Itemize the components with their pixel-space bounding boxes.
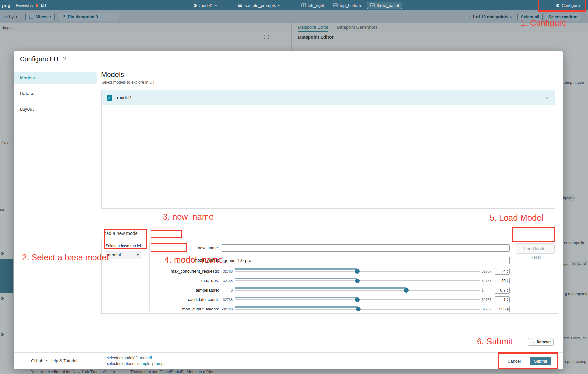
annotation-label-3: 3. new_name [163,212,214,222]
slider-max-label: 32767 [482,279,493,283]
layout-tab-three-panel[interactable]: three_panel [367,2,402,9]
chevron-down-icon: ▾ [278,4,280,7]
max-output-tokens-slider[interactable] [235,306,480,312]
max-concurrent-requests-slider[interactable] [235,268,480,274]
next-datapoint-button[interactable]: › [510,14,513,20]
candidate-count-stepper[interactable]: 1 [495,296,510,303]
datapoint-pagination: 1 of 12 datapoints [472,14,509,19]
load-model-button[interactable]: Load Model [516,243,555,254]
stepper-arrows-icon[interactable] [507,298,509,301]
open-in-new-icon[interactable] [62,57,67,62]
app-branding: jing Powered by LIT [2,0,47,10]
stepper-arrows-icon[interactable] [507,270,509,273]
chevron-down-icon: ▾ [50,15,51,19]
base-model-select[interactable]: gemini ▾ [106,251,141,259]
load-model-form: Select a base model gemini ▾ new_name: m… [101,239,558,314]
stepper-value: 4 [503,269,506,274]
slider-thumb[interactable] [355,297,360,302]
max-qps-slider[interactable] [235,278,480,284]
slider-thumb[interactable] [355,269,360,274]
slider-min-label: -32768 [222,298,233,302]
slider-max-label: 32767 [482,307,493,311]
max-qps-stepper[interactable]: 25 [495,278,510,284]
selected-models-value[interactable]: model1 [140,356,152,360]
chevron-down-icon[interactable] [544,95,550,100]
pin-datapoint-button[interactable]: Pin datapoint 3 [58,13,119,21]
layout-tab-top-bottom[interactable]: top_bottom [330,2,364,9]
form-row-max-concurrent-requests: max_concurrent_requests: -32768 32767 4 [152,266,510,276]
stepper-arrows-icon[interactable] [507,279,509,282]
layout-tab-label: left_right [308,3,324,8]
dataset-selector-label: sample_prompts [245,3,276,8]
model-name-input[interactable] [222,257,510,264]
dialog-header: Configure LIT [14,51,563,67]
new-name-label: new_name: [152,246,219,250]
base-model-group: Select a base model gemini ▾ [106,244,148,259]
slider-max-label: 32767 [482,298,493,302]
cancel-button[interactable]: Cancel [503,357,525,365]
candidate-count-slider[interactable] [235,297,480,303]
dot-separator: • [46,358,47,363]
help-tutorials-link[interactable]: Help & Tutorials [50,358,79,363]
annotation-label-6: 6. Submit [477,337,513,347]
submit-button[interactable]: Submit [530,357,551,365]
slider-max-label: 32767 [482,269,493,273]
layout-three-panel-icon [370,3,375,7]
slider-thumb[interactable] [356,307,361,311]
slider-track [235,290,480,291]
dataset-selector[interactable]: sample_prompts ▾ [235,2,282,9]
max-concurrent-requests-stepper[interactable]: 4 [495,268,510,275]
dialog-title: Configure LIT [20,55,59,63]
slider-fill [235,268,357,270]
goto-dataset-button[interactable]: → Dataset [528,338,554,346]
stepper-arrows-icon[interactable] [507,308,509,311]
slices-button[interactable]: Slices ▾ [25,13,55,21]
slider-thumb[interactable] [355,279,360,283]
form-row-max-output-tokens: max_output_tokens: -32768 32767 256 [152,304,510,314]
github-link[interactable]: Github [31,358,43,363]
selected-models-label: selected model(s): [107,356,139,360]
nav-item-models[interactable]: Models [14,72,97,84]
stepper-value: 25 [501,279,506,283]
stepper-value: 256 [499,307,506,311]
pin-icon [62,15,66,19]
dialog-footer: Github • Help & Tutorials selected model… [14,352,563,369]
selected-dataset-value[interactable]: sample_prompts [137,361,166,366]
temperature-slider[interactable] [235,287,480,293]
reset-button[interactable]: Reset [513,255,558,260]
configure-button[interactable]: ⚙ Configure [553,2,583,9]
layout-tab-label: three_panel [377,3,399,8]
model-list: ✓ model1 [101,90,555,209]
max-output-tokens-label: max_output_tokens: [152,307,219,311]
powered-by-label: Powered by [16,4,33,7]
model-checkbox[interactable]: ✓ [107,95,112,101]
prev-datapoint-button[interactable]: ‹ [468,14,471,20]
gear-icon: ⚙ [556,3,560,8]
annotation-label-2: 2. Select a base model [22,252,108,263]
base-model-value: gemini [108,252,121,257]
layout-tab-left-right[interactable]: left_right [298,2,327,9]
stepper-value: 1 [503,297,506,302]
new-name-input[interactable] [222,244,510,252]
color-by-selector[interactable]: or by ▾ [1,13,20,21]
model-row-model1[interactable]: ✓ model1 [102,90,555,105]
nav-item-layout[interactable]: Layout [14,103,97,115]
model-row-label: model1 [117,95,540,100]
color-by-label: or by [4,14,14,19]
model-selector[interactable]: ⚙ model1 ▾ [191,2,220,9]
nav-item-label: Layout [20,107,34,112]
slider-thumb[interactable] [404,288,409,293]
form-row-candidate-count: candidate_count: -32768 32767 1 [152,295,510,304]
arrow-right-icon: → [531,340,535,344]
annotation-label-4: 4. model_name [165,255,223,265]
form-row-max-qps: max_qps: -32768 32767 25 [152,276,510,285]
slices-button-label: Slices [35,14,48,19]
nav-item-dataset[interactable]: Dataset [14,88,97,99]
stepper-arrows-icon[interactable] [507,289,509,292]
chevron-down-icon: ▾ [215,4,217,7]
max-output-tokens-stepper[interactable]: 256 [495,306,510,312]
temperature-stepper[interactable]: 0.7 [495,287,510,294]
load-new-model-heading: Load a new model [101,231,138,236]
gear-icon: ⚙ [194,3,197,8]
chevron-down-icon: ▾ [16,15,17,19]
